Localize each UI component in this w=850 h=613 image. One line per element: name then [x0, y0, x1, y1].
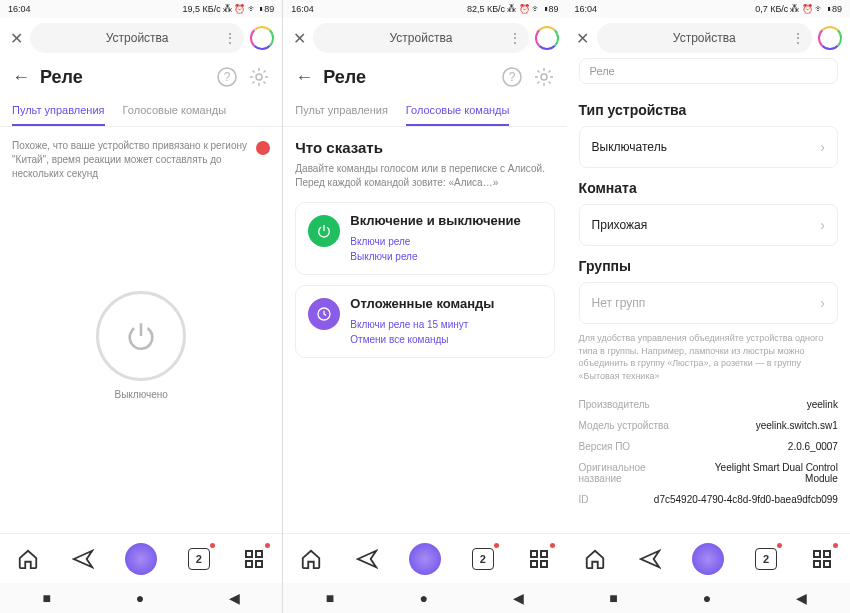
alice-icon[interactable]	[409, 543, 441, 575]
chevron-right-icon: ›	[820, 217, 825, 233]
more-icon[interactable]: ⋮	[224, 31, 236, 45]
screen-settings: 16:04 0,7 КБ/с ⁂ ⏰ ᯤ ▮89 ✕ Устройства ⋮ …	[567, 0, 850, 613]
home-icon[interactable]	[581, 545, 609, 573]
svg-rect-34	[541, 561, 547, 567]
nav-back-icon[interactable]: ◀	[796, 590, 807, 606]
svg-line-24	[537, 71, 539, 73]
what-say-title: Что сказать	[295, 139, 554, 156]
page-header: ← Реле ?	[283, 58, 566, 96]
content-settings: Тип устройства Выключатель› Комната Прих…	[567, 90, 850, 533]
status-speed: 19,5 КБ/с	[183, 4, 221, 14]
help-icon[interactable]: ?	[501, 66, 523, 88]
alice-icon[interactable]	[125, 543, 157, 575]
more-icon[interactable]: ⋮	[509, 31, 521, 45]
tab-voice[interactable]: Голосовые команды	[406, 96, 510, 126]
info-id: IDd7c54920-4790-4c8d-9fd0-baea9dfcb099	[579, 489, 838, 510]
svg-line-25	[548, 82, 550, 84]
voice-card-delayed[interactable]: Отложенные команды Включи реле на 15 мин…	[295, 285, 554, 358]
send-icon[interactable]	[69, 545, 97, 573]
tabs-icon[interactable]: 2	[469, 545, 497, 573]
close-icon[interactable]: ✕	[575, 30, 591, 46]
search-pill[interactable]: Устройства ⋮	[313, 23, 528, 53]
more-icon[interactable]: ⋮	[792, 31, 804, 45]
svg-rect-32	[541, 551, 547, 557]
search-pill[interactable]: Устройства ⋮	[597, 23, 812, 53]
bottom-bar: 2	[283, 533, 566, 583]
svg-line-8	[264, 82, 266, 84]
tabs: Пульт управления Голосовые команды	[0, 96, 282, 127]
svg-line-10	[264, 71, 266, 73]
grid-icon[interactable]	[808, 545, 836, 573]
search-pill[interactable]: Устройства ⋮	[30, 23, 244, 53]
status-time: 16:04	[8, 4, 31, 14]
home-icon[interactable]	[297, 545, 325, 573]
svg-line-7	[253, 71, 255, 73]
warning-icon	[256, 141, 270, 155]
clock-icon	[308, 298, 340, 330]
page-title: Реле	[323, 67, 490, 88]
status-speed: 0,7 КБ/с	[755, 4, 788, 14]
page-header: ← Реле ?	[0, 58, 282, 96]
send-icon[interactable]	[636, 545, 664, 573]
back-icon[interactable]: ←	[295, 67, 313, 88]
nav-back-icon[interactable]: ◀	[513, 590, 524, 606]
tab-voice[interactable]: Голосовые команды	[123, 96, 227, 126]
android-nav: ■ ● ◀	[0, 583, 282, 613]
close-icon[interactable]: ✕	[291, 30, 307, 46]
name-field[interactable]: Реле	[579, 58, 838, 84]
help-icon[interactable]: ?	[216, 66, 238, 88]
nav-recent-icon[interactable]: ■	[42, 590, 50, 606]
android-nav: ■ ● ◀	[283, 583, 566, 613]
svg-rect-16	[256, 561, 262, 567]
power-icon	[308, 215, 340, 247]
row-groups[interactable]: Нет групп›	[579, 282, 838, 324]
tab-control[interactable]: Пульт управления	[295, 96, 388, 126]
send-icon[interactable]	[353, 545, 381, 573]
alice-icon[interactable]	[692, 543, 724, 575]
info-manufacturer: Производительyeelink	[579, 394, 838, 415]
status-time: 16:04	[291, 4, 314, 14]
tab-control[interactable]: Пульт управления	[12, 96, 105, 126]
grid-icon[interactable]	[525, 545, 553, 573]
svg-rect-14	[256, 551, 262, 557]
avatar[interactable]	[250, 26, 274, 50]
avatar[interactable]	[535, 26, 559, 50]
status-bar: 16:04 0,7 КБ/с ⁂ ⏰ ᯤ ▮89	[567, 0, 850, 18]
row-type[interactable]: Выключатель›	[579, 126, 838, 168]
nav-home-icon[interactable]: ●	[136, 590, 144, 606]
status-icons: ⁂ ⏰ ᯤ ▮89	[790, 4, 842, 14]
chevron-right-icon: ›	[820, 139, 825, 155]
row-room[interactable]: Прихожая›	[579, 204, 838, 246]
tabs-icon[interactable]: 2	[185, 545, 213, 573]
svg-line-9	[253, 82, 255, 84]
grid-icon[interactable]	[240, 545, 268, 573]
svg-line-27	[548, 71, 550, 73]
svg-rect-33	[531, 561, 537, 567]
avatar[interactable]	[818, 26, 842, 50]
nav-back-icon[interactable]: ◀	[229, 590, 240, 606]
tabs-icon[interactable]: 2	[752, 545, 780, 573]
nav-home-icon[interactable]: ●	[703, 590, 711, 606]
top-bar: ✕ Устройства ⋮	[283, 18, 566, 58]
gear-icon[interactable]	[248, 66, 270, 88]
close-icon[interactable]: ✕	[8, 30, 24, 46]
groups-hint: Для удобства управления объединяйте устр…	[579, 332, 838, 382]
screen-control: 16:04 19,5 КБ/с ⁂ ⏰ ᯤ ▮89 ✕ Устройства ⋮…	[0, 0, 283, 613]
android-nav: ■ ● ◀	[567, 583, 850, 613]
groups-heading: Группы	[579, 258, 838, 274]
power-button[interactable]	[96, 291, 186, 381]
voice-card-power[interactable]: Включение и выключение Включи реле Выклю…	[295, 202, 554, 275]
content-control: Похоже, что ваше устройство привязано к …	[0, 127, 282, 533]
status-icons: ⁂ ⏰ ᯤ ▮89	[507, 4, 559, 14]
warning: Похоже, что ваше устройство привязано к …	[12, 139, 270, 191]
back-icon[interactable]: ←	[12, 67, 30, 88]
gear-icon[interactable]	[533, 66, 555, 88]
home-icon[interactable]	[14, 545, 42, 573]
nav-recent-icon[interactable]: ■	[326, 590, 334, 606]
status-icons: ⁂ ⏰ ᯤ ▮89	[223, 4, 275, 14]
nav-home-icon[interactable]: ●	[419, 590, 427, 606]
nav-recent-icon[interactable]: ■	[609, 590, 617, 606]
svg-rect-13	[246, 551, 252, 557]
svg-text:?: ?	[508, 70, 515, 84]
svg-point-19	[541, 74, 547, 80]
